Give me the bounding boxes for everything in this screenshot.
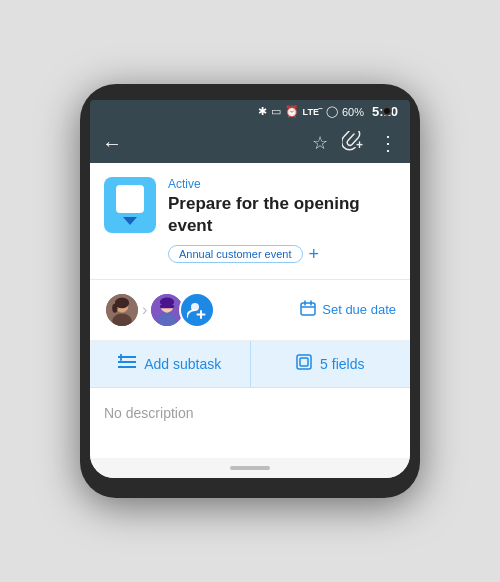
description-section: No description [90, 388, 410, 458]
task-icon [104, 177, 156, 233]
toolbar-actions: ☆ + ⋮ [312, 131, 398, 155]
task-tags: Annual customer event + [168, 244, 396, 265]
tag-chip-annual[interactable]: Annual customer event [168, 245, 303, 263]
calendar-icon [300, 300, 316, 320]
status-bar: ✱ ▭ ⏰ LTE‾ ◯ 60% 5:10 [90, 100, 410, 123]
task-icon-square [116, 185, 144, 213]
due-date-label: Set due date [322, 302, 396, 317]
task-title: Prepare for the opening event [168, 193, 396, 236]
people-row: › [90, 280, 410, 341]
vibrate-icon: ▭ [271, 105, 281, 118]
set-due-date-button[interactable]: Set due date [300, 300, 396, 320]
svg-rect-22 [297, 355, 311, 369]
add-tag-button[interactable]: + [309, 244, 320, 265]
fields-icon [296, 354, 312, 374]
add-subtask-label: Add subtask [144, 356, 221, 372]
back-button[interactable]: ← [102, 132, 122, 155]
add-subtask-button[interactable]: Add subtask [90, 341, 250, 387]
task-header: Active Prepare for the opening event Ann… [90, 163, 410, 280]
avatar-list: › [104, 292, 290, 328]
avatar-person1[interactable] [104, 292, 140, 328]
phone-frame: ✱ ▭ ⏰ LTE‾ ◯ 60% 5:10 ← ☆ + ⋮ [80, 84, 420, 498]
screen: Active Prepare for the opening event Ann… [90, 163, 410, 478]
svg-point-5 [112, 304, 117, 313]
battery-circle-icon: ◯ [326, 105, 338, 118]
lte-icon: LTE‾ [303, 107, 322, 117]
star-icon[interactable]: ☆ [312, 132, 328, 154]
avatar-separator: › [142, 301, 147, 319]
more-icon[interactable]: ⋮ [378, 131, 398, 155]
svg-rect-10 [160, 304, 174, 308]
subtask-icon [118, 354, 136, 374]
add-person-button[interactable] [179, 292, 215, 328]
task-status: Active [168, 177, 396, 191]
fields-label: 5 fields [320, 356, 364, 372]
scroll-indicator [90, 458, 410, 478]
task-icon-arrow [123, 217, 137, 225]
bluetooth-icon: ✱ [258, 105, 267, 118]
attach-icon[interactable]: + [342, 131, 364, 155]
toolbar: ← ☆ + ⋮ [90, 123, 410, 163]
scroll-bar [230, 466, 270, 470]
svg-text:+: + [356, 138, 363, 151]
description-text[interactable]: No description [104, 405, 194, 421]
task-info: Active Prepare for the opening event Ann… [168, 177, 396, 265]
fields-button[interactable]: 5 fields [250, 341, 411, 387]
action-row: Add subtask 5 fields [90, 341, 410, 388]
svg-rect-23 [300, 358, 308, 366]
battery-percent: 60% [342, 106, 364, 118]
alarm-icon: ⏰ [285, 105, 299, 118]
svg-rect-14 [301, 303, 315, 315]
